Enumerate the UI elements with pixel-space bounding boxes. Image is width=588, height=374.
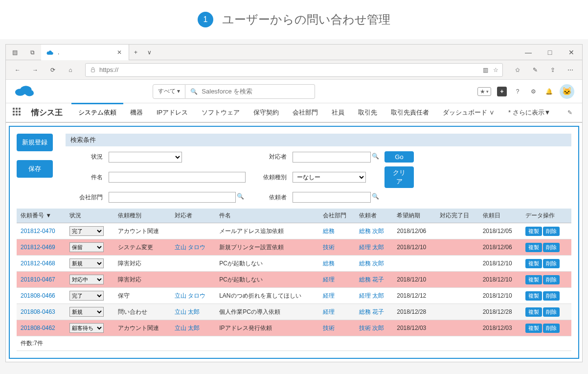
request-id-link[interactable]: 201810-0467: [21, 276, 55, 283]
copy-button[interactable]: 複製: [525, 307, 542, 317]
delete-button[interactable]: 削除: [543, 291, 560, 301]
copy-button[interactable]: 複製: [525, 291, 542, 301]
copy-button[interactable]: 複製: [525, 243, 542, 252]
filter-kind-select[interactable]: ーなしー: [293, 172, 366, 183]
lookup-icon[interactable]: 🔍: [372, 153, 381, 162]
copy-button[interactable]: 複製: [525, 259, 542, 268]
col-header[interactable]: 依頼日: [479, 209, 522, 223]
share-icon[interactable]: ⇪: [544, 60, 562, 80]
col-header[interactable]: 状況: [66, 209, 114, 223]
request-id-link[interactable]: 201812-0468: [21, 260, 55, 267]
dept-link[interactable]: 技術: [323, 244, 335, 251]
requester-link[interactable]: 総務 花子: [359, 276, 384, 283]
filter-subject-input[interactable]: [109, 172, 246, 183]
notes-icon[interactable]: ✎: [526, 60, 544, 80]
tab-close-icon[interactable]: ✕: [115, 49, 124, 56]
status-select[interactable]: 新規対応中保留完了顧客待ち: [69, 275, 104, 284]
col-header[interactable]: 対応者: [171, 209, 216, 223]
setup-gear-icon[interactable]: ⚙: [528, 87, 538, 96]
requester-link[interactable]: 総務 花子: [359, 308, 384, 315]
browser-tab[interactable]: . ✕: [41, 45, 129, 60]
new-tab-button[interactable]: +: [129, 49, 142, 56]
app-launcher-icon[interactable]: [13, 108, 23, 117]
requester-link[interactable]: 経理 太郎: [359, 292, 384, 299]
tabs-dropdown[interactable]: ∨: [142, 49, 157, 56]
delete-button[interactable]: 削除: [543, 227, 560, 236]
window-close[interactable]: ✕: [561, 45, 582, 60]
nav-tab-6[interactable]: 社員: [325, 103, 351, 122]
avatar[interactable]: 🐱: [560, 84, 574, 99]
col-header[interactable]: 会社部門: [319, 209, 355, 223]
nav-back[interactable]: ←: [9, 60, 26, 80]
request-id-link[interactable]: 201812-0469: [21, 244, 55, 251]
copy-button[interactable]: 複製: [525, 275, 542, 284]
nav-tab-4[interactable]: 保守契約: [247, 103, 286, 122]
nav-tab-3[interactable]: ソフトウェア: [195, 103, 247, 122]
delete-button[interactable]: 削除: [543, 275, 560, 284]
help-icon[interactable]: ?: [513, 87, 522, 96]
status-select[interactable]: 新規対応中保留完了顧客待ち: [69, 291, 104, 301]
col-header[interactable]: データ操作: [521, 209, 571, 223]
favorite-icon[interactable]: ☆: [493, 67, 498, 73]
nav-tab-1[interactable]: 機器: [123, 103, 150, 122]
search-scope-dropdown[interactable]: すべて ▾: [153, 84, 185, 99]
settings-more-icon[interactable]: ⋯: [562, 60, 579, 80]
window-minimize[interactable]: —: [518, 45, 539, 60]
nav-tab-9[interactable]: ダッシュボード ∨: [436, 103, 501, 122]
browser-sidebar-icon[interactable]: ▤: [6, 45, 23, 60]
status-select[interactable]: 新規対応中保留完了顧客待ち: [69, 226, 104, 236]
filter-requester-input[interactable]: [293, 192, 371, 203]
reading-view-icon[interactable]: ▥: [483, 67, 488, 73]
copy-button[interactable]: 複製: [525, 227, 542, 236]
nav-edit-icon[interactable]: ✎: [565, 109, 575, 116]
global-search[interactable]: 🔍: [185, 84, 315, 99]
nav-more[interactable]: * さらに表示▼: [501, 103, 558, 122]
col-header[interactable]: 依頼番号 ▼: [17, 209, 66, 223]
nav-home[interactable]: ⌂: [62, 60, 79, 80]
status-select[interactable]: 新規対応中保留完了顧客待ち: [69, 307, 104, 317]
lookup-icon[interactable]: 🔍: [372, 193, 381, 202]
nav-forward[interactable]: →: [26, 60, 44, 80]
requester-link[interactable]: 経理 太郎: [359, 244, 384, 251]
status-select[interactable]: 新規対応中保留完了顧客待ち: [69, 242, 104, 252]
dept-link[interactable]: 総務: [323, 228, 335, 234]
delete-button[interactable]: 削除: [543, 259, 560, 268]
clear-button[interactable]: クリア: [384, 166, 414, 188]
go-button[interactable]: Go: [384, 151, 414, 163]
browser-tabs-icon[interactable]: ⧉: [23, 45, 41, 60]
nav-tab-8[interactable]: 取引先責任者: [384, 103, 436, 122]
delete-button[interactable]: 削除: [543, 243, 560, 252]
request-id-link[interactable]: 201808-0466: [21, 292, 55, 299]
dept-link[interactable]: 技術: [323, 325, 335, 331]
nav-tab-5[interactable]: 会社部門: [286, 103, 325, 122]
col-header[interactable]: 希望納期: [393, 209, 436, 223]
requester-link[interactable]: 総務 次郎: [359, 260, 384, 267]
url-input[interactable]: https:// ▥ ☆: [85, 63, 503, 77]
requester-link[interactable]: 総務 次郎: [359, 228, 384, 234]
favorites-button[interactable]: ★▾: [477, 87, 491, 96]
request-id-link[interactable]: 201812-0470: [21, 228, 55, 234]
nav-tab-7[interactable]: 取引先: [351, 103, 384, 122]
assignee-link[interactable]: 立山 タロウ: [175, 292, 205, 299]
global-new-button[interactable]: +: [497, 87, 507, 96]
nav-tab-0[interactable]: システム依頼: [71, 103, 123, 122]
save-button[interactable]: 保存: [17, 160, 53, 178]
filter-dept-input[interactable]: [109, 192, 236, 203]
filter-status-select[interactable]: [109, 152, 182, 163]
window-maximize[interactable]: □: [539, 45, 561, 60]
nav-tab-2[interactable]: IPアドレス: [150, 103, 195, 122]
search-input[interactable]: [202, 88, 310, 95]
col-header[interactable]: 依頼者: [355, 209, 393, 223]
dept-link[interactable]: 経理: [323, 308, 335, 315]
dept-link[interactable]: 経理: [323, 276, 335, 283]
copy-button[interactable]: 複製: [525, 324, 542, 333]
col-header[interactable]: 依頼種別: [114, 209, 170, 223]
delete-button[interactable]: 削除: [543, 307, 560, 317]
assignee-link[interactable]: 立山 太郎: [175, 308, 200, 315]
delete-button[interactable]: 削除: [543, 324, 560, 333]
status-select[interactable]: 新規対応中保留完了顧客待ち: [69, 258, 104, 268]
request-id-link[interactable]: 201808-0463: [21, 308, 55, 315]
requester-link[interactable]: 技術 次郎: [359, 325, 384, 331]
col-header[interactable]: 対応完了日: [436, 209, 479, 223]
new-record-button[interactable]: 新規登録: [17, 134, 53, 151]
